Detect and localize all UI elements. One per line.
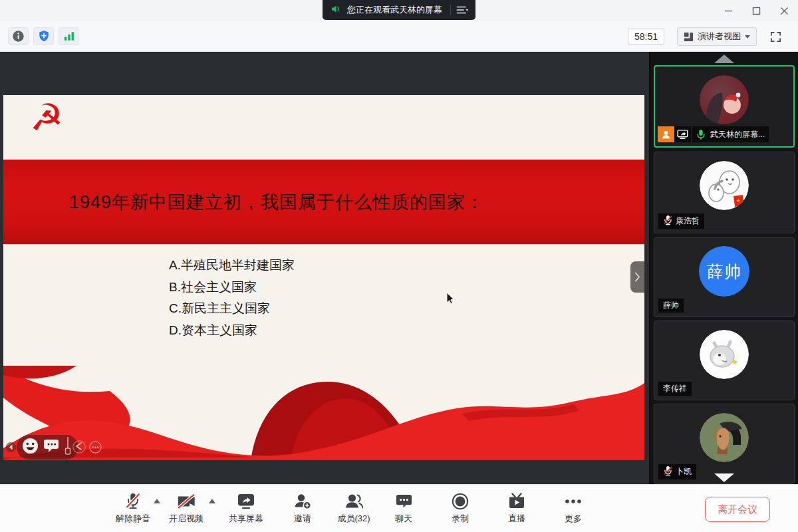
live-tv-icon — [508, 492, 525, 510]
start-video-button[interactable]: 开启视频 — [161, 492, 211, 525]
sidebar-collapse-handle[interactable] — [630, 261, 644, 293]
share-screen-icon — [237, 492, 255, 510]
camera-muted-icon — [177, 492, 196, 510]
avatar: ★ — [700, 330, 749, 379]
participant-name: 武天林的屏幕... — [709, 126, 769, 142]
view-selector[interactable]: 演讲者视图 — [677, 27, 757, 46]
shared-screen-area: ☭ 1949年新中国建立初，我国属于什么性质的国家： A.半殖民地半封建国家 B… — [0, 52, 649, 484]
svg-text:★: ★ — [736, 198, 740, 203]
invite-button[interactable]: 邀请 — [277, 492, 328, 525]
participant-name: 卜凯 — [676, 466, 692, 477]
invite-icon — [293, 492, 312, 510]
mouse-cursor — [446, 292, 455, 307]
maximize-button[interactable] — [742, 0, 770, 21]
option-b: B.社会主义国家 — [169, 277, 295, 299]
participant-namebar: 卜凯 — [658, 464, 696, 479]
banner-menu-icon[interactable] — [456, 5, 469, 15]
titlebar: 您正在观看武天林的屏幕 — [0, 0, 798, 21]
svg-text:★: ★ — [732, 358, 738, 366]
chevron-down-icon — [745, 35, 750, 39]
scroll-up-arrow[interactable] — [714, 55, 734, 63]
members-button[interactable]: 成员(32) — [329, 492, 379, 525]
participant-tile-bukai[interactable]: 卜凯 — [654, 404, 795, 484]
audio-options-caret[interactable] — [154, 499, 160, 503]
chat-icon — [396, 492, 412, 510]
more-annotation-icon[interactable] — [89, 441, 102, 454]
watching-title: 您正在观看武天林的屏幕 — [347, 4, 442, 16]
leave-meeting-button[interactable]: 离开会议 — [705, 497, 770, 522]
participant-name: 康浩哲 — [676, 215, 700, 227]
avatar — [700, 413, 749, 462]
meeting-app-window: 您正在观看武天林的屏幕 — [0, 0, 798, 532]
chat-annotation-icon[interactable] — [43, 439, 60, 454]
party-emblem-icon: ☭ — [30, 98, 63, 138]
bottom-toolbar: 解除静音 开启视频 共享屏幕 邀请 成员(32) — [0, 484, 798, 532]
sharer-badges: 武天林的屏幕... — [658, 126, 769, 142]
participant-tile-xueshuai[interactable]: 薛帅 薛帅 — [654, 237, 795, 317]
share-screen-button[interactable]: 共享屏幕 — [221, 492, 271, 525]
participants-sidebar: 武天林的屏幕... ★ 康浩哲 薛帅 — [650, 52, 798, 484]
participant-namebar: 李传祥 — [658, 382, 692, 396]
mic-muted-icon — [663, 466, 673, 478]
more-dots-icon — [563, 492, 583, 510]
avatar: 薛帅 — [699, 246, 749, 297]
pill-divider — [450, 5, 451, 15]
participant-namebar: 康浩哲 — [658, 213, 704, 229]
record-icon — [452, 492, 469, 510]
participant-tile-lichuanxiang[interactable]: ★ 李传祥 — [654, 321, 795, 400]
pointer-tool-icon[interactable] — [64, 436, 72, 456]
emoji-reaction-icon[interactable] — [21, 437, 39, 455]
watching-banner: 您正在观看武天林的屏幕 — [323, 0, 475, 20]
collapse-left-icon[interactable] — [5, 442, 17, 453]
members-icon — [344, 492, 363, 510]
option-d: D.资本主义国家 — [169, 320, 295, 342]
unmute-button[interactable]: 解除静音 — [108, 492, 158, 525]
presentation-slide: ☭ 1949年新中国建立初，我国属于什么性质的国家： A.半殖民地半封建国家 B… — [3, 95, 644, 460]
mic-muted-icon — [124, 492, 142, 510]
live-stream-button[interactable]: 直播 — [491, 492, 542, 525]
screen-share-badge-icon — [674, 126, 691, 142]
mic-on-icon — [692, 126, 709, 142]
annotation-toolbar — [5, 435, 106, 460]
security-shield-icon[interactable] — [33, 27, 54, 45]
view-selector-label: 演讲者视图 — [698, 31, 741, 43]
more-button[interactable]: 更多 — [548, 492, 598, 525]
network-signal-icon[interactable] — [59, 27, 79, 45]
answer-options: A.半殖民地半封建国家 B.社会主义国家 C.新民主主义国家 D.资本主义国家 — [169, 255, 295, 341]
speaker-icon — [331, 3, 342, 17]
avatar-initials: 薛帅 — [699, 246, 749, 297]
meeting-timer: 58:51 — [628, 29, 664, 45]
question-text: 1949年新中国建立初，我国属于什么性质的国家： — [69, 190, 484, 214]
close-button[interactable] — [770, 0, 798, 21]
record-button[interactable]: 录制 — [435, 492, 485, 525]
option-c: C.新民主主义国家 — [169, 298, 295, 320]
stage: ☭ 1949年新中国建立初，我国属于什么性质的国家： A.半殖民地半封建国家 B… — [0, 52, 798, 484]
participant-tile-wutianlin[interactable]: 武天林的屏幕... — [654, 65, 795, 148]
scroll-down-arrow[interactable] — [714, 473, 734, 482]
video-options-caret[interactable] — [209, 499, 215, 503]
participant-namebar: 薛帅 — [658, 299, 684, 313]
option-a: A.半殖民地半封建国家 — [169, 255, 295, 277]
minimize-button[interactable] — [714, 0, 742, 21]
participant-tile-kanghaozhe[interactable]: ★ 康浩哲 — [654, 152, 795, 233]
participant-name: 李传祥 — [663, 383, 687, 394]
host-badge-icon — [658, 126, 674, 142]
undo-icon[interactable] — [72, 440, 86, 454]
meeting-toolbar: 58:51 演讲者视图 — [0, 21, 798, 52]
question-banner: 1949年新中国建立初，我国属于什么性质的国家： — [3, 160, 644, 244]
participant-name: 薛帅 — [663, 300, 679, 311]
fullscreen-button[interactable] — [769, 31, 782, 43]
avatar: ★ — [700, 161, 749, 210]
avatar — [700, 75, 749, 124]
layout-icon — [684, 32, 694, 42]
mic-muted-icon — [663, 215, 673, 227]
meeting-info-icon[interactable] — [8, 27, 29, 45]
chat-button[interactable]: 聊天 — [378, 492, 429, 525]
